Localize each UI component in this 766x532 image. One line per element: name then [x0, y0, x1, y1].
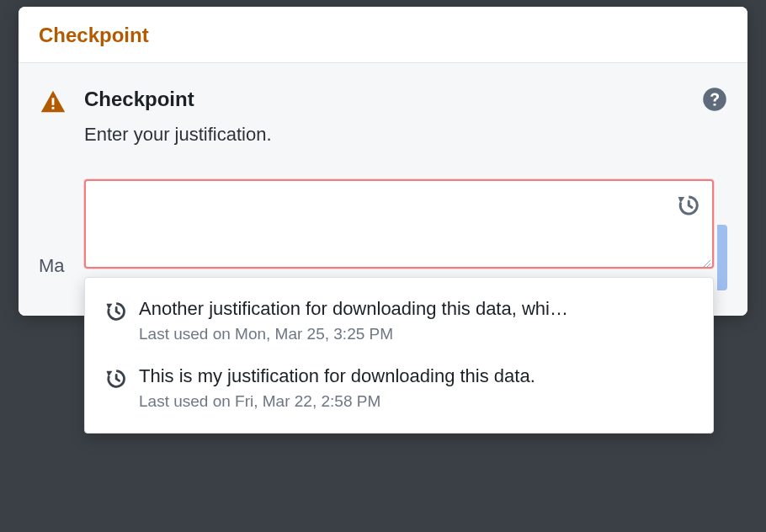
history-item-timestamp: Last used on Mon, Mar 25, 3:25 PM	[139, 325, 694, 343]
body-subtitle: Enter your justification.	[84, 124, 727, 146]
svg-rect-1	[52, 107, 55, 109]
help-icon[interactable]	[702, 87, 727, 112]
history-dropdown: Another justification for downloading th…	[84, 277, 714, 434]
history-icon	[104, 367, 127, 391]
history-item[interactable]: This is my justification for downloading…	[85, 355, 713, 423]
history-item-timestamp: Last used on Fri, Mar 22, 2:58 PM	[139, 392, 694, 411]
justification-textarea-wrap	[84, 179, 714, 272]
body-title: Checkpoint	[84, 88, 194, 111]
modal-header: Checkpoint	[19, 7, 747, 63]
justification-textarea[interactable]	[84, 179, 714, 269]
history-icon[interactable]	[675, 193, 700, 218]
modal-body: Checkpoint Enter your justification.	[19, 63, 747, 316]
checkpoint-modal: Checkpoint Checkpoint Enter your justifi…	[19, 7, 747, 316]
history-item-text: This is my justification for downloading…	[139, 365, 694, 387]
history-icon	[104, 300, 127, 323]
history-item-text: Another justification for downloading th…	[139, 298, 694, 320]
svg-rect-0	[52, 98, 55, 105]
submit-button[interactable]	[717, 225, 727, 290]
modal-title: Checkpoint	[39, 24, 727, 47]
history-item[interactable]: Another justification for downloading th…	[85, 288, 713, 355]
warning-triangle-icon	[39, 88, 67, 117]
obscured-label: Ma	[39, 255, 65, 277]
